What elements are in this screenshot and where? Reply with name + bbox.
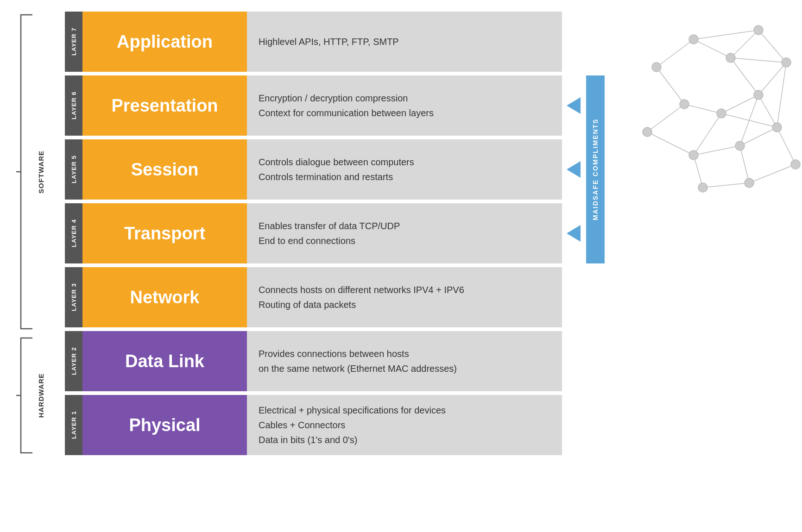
svg-point-29 [726, 53, 735, 63]
layer-row-2: LAYER 5SessionControls dialogue between … [65, 139, 562, 200]
svg-line-7 [731, 58, 786, 63]
svg-line-8 [731, 58, 758, 95]
svg-point-36 [689, 150, 698, 160]
layer-row-6: LAYER 1PhysicalElectrical + physical spe… [65, 395, 562, 455]
hardware-label: HARDWARE [37, 373, 45, 418]
network-graph-svg [619, 12, 802, 211]
arrows-col [562, 12, 585, 455]
layer-desc-5: Provides connections between hostson the… [247, 331, 562, 391]
svg-point-38 [772, 123, 782, 132]
svg-line-3 [657, 67, 684, 104]
svg-line-24 [703, 183, 749, 188]
layer-name-1: Presentation [82, 75, 247, 136]
layer-desc-2: Controls dialogue between computersContr… [247, 139, 562, 200]
svg-line-5 [694, 30, 758, 39]
layer-name-4: Network [82, 267, 247, 327]
maidsafe-bar: MAIDSAFE COMPLIMENTS [586, 75, 605, 263]
layer-number-5: LAYER 2 [65, 331, 82, 391]
svg-line-11 [777, 63, 786, 127]
svg-point-41 [698, 183, 707, 192]
layer-row-0: LAYER 7ApplicationHighlevel APIs, HTTP, … [65, 12, 562, 72]
arrow-cell-1 [562, 75, 585, 136]
arrow-cell-3 [562, 203, 585, 263]
arrow-cell-0 [562, 12, 585, 72]
arrow-left-1 [567, 97, 581, 114]
network-graph [619, 12, 802, 213]
layer-desc-3: Enables transfer of data TCP/UDPEnd to e… [247, 203, 562, 263]
svg-point-33 [717, 109, 726, 118]
maidsafe-cell-4 [585, 267, 606, 327]
svg-point-28 [689, 35, 698, 44]
layer-number-2: LAYER 5 [65, 139, 82, 200]
arrow-cell-4 [562, 267, 585, 327]
layer-number-0: LAYER 7 [65, 12, 82, 72]
svg-line-23 [749, 164, 796, 183]
layer-row-3: LAYER 4TransportEnables transfer of data… [65, 203, 562, 263]
svg-line-18 [694, 146, 740, 155]
svg-point-35 [643, 127, 652, 137]
svg-line-16 [647, 104, 684, 132]
svg-line-21 [740, 146, 749, 183]
hardware-bracket-svg [14, 333, 37, 457]
layer-row-5: LAYER 2Data LinkProvides connections bet… [65, 331, 562, 391]
layer-name-0: Application [82, 12, 247, 72]
svg-point-31 [782, 58, 791, 67]
svg-line-19 [694, 155, 703, 188]
svg-line-22 [777, 127, 796, 164]
svg-line-25 [721, 113, 777, 127]
maidsafe-cell-6 [585, 395, 606, 455]
layer-name-2: Session [82, 139, 247, 200]
svg-line-4 [694, 39, 731, 58]
layer-desc-6: Electrical + physical specifications for… [247, 395, 562, 455]
layer-name-3: Transport [82, 203, 247, 263]
svg-line-15 [694, 113, 721, 155]
svg-point-40 [745, 178, 754, 188]
layer-number-1: LAYER 6 [65, 75, 82, 136]
layer-name-6: Physical [82, 395, 247, 455]
svg-point-39 [791, 160, 800, 169]
software-bracket: SOFTWARE [14, 14, 65, 330]
layer-number-4: LAYER 3 [65, 267, 82, 327]
svg-line-17 [647, 132, 694, 155]
left-labels: SOFTWARE HARDWARE [14, 12, 65, 520]
svg-line-9 [758, 30, 786, 63]
layer-row-1: LAYER 6PresentationEncryption / decrypti… [65, 75, 562, 136]
arrow-cell-6 [562, 395, 585, 455]
svg-line-2 [657, 39, 694, 67]
layer-desc-1: Encryption / decryption compressionConte… [247, 75, 562, 136]
svg-point-27 [652, 63, 661, 72]
arrow-cell-5 [562, 331, 585, 391]
arrow-cell-2 [562, 139, 585, 200]
layer-name-5: Data Link [82, 331, 247, 391]
hardware-bracket: HARDWARE [14, 333, 65, 457]
svg-point-37 [735, 141, 745, 150]
svg-line-26 [758, 95, 777, 127]
arrows-maidsafe-section: MAIDSAFE COMPLIMENTS [562, 12, 606, 455]
svg-point-32 [754, 90, 763, 100]
software-label: SOFTWARE [37, 150, 45, 194]
svg-point-30 [754, 25, 763, 35]
layer-desc-4: Connects hosts on different networks IPV… [247, 267, 562, 327]
software-bracket-svg [14, 10, 37, 333]
layer-number-6: LAYER 1 [65, 395, 82, 455]
layer-desc-0: Highlevel APIs, HTTP, FTP, SMTP [247, 12, 562, 72]
arrow-left-2 [567, 161, 581, 178]
layers-container: LAYER 7ApplicationHighlevel APIs, HTTP, … [65, 12, 562, 455]
svg-line-14 [684, 104, 721, 113]
arrow-left-3 [567, 225, 581, 242]
svg-point-34 [680, 100, 689, 109]
maidsafe-cell-5 [585, 331, 606, 391]
maidsafe-cell-0 [585, 12, 606, 72]
svg-line-6 [731, 30, 758, 58]
layer-row-4: LAYER 3NetworkConnects hosts on differen… [65, 267, 562, 327]
layer-number-3: LAYER 4 [65, 203, 82, 263]
